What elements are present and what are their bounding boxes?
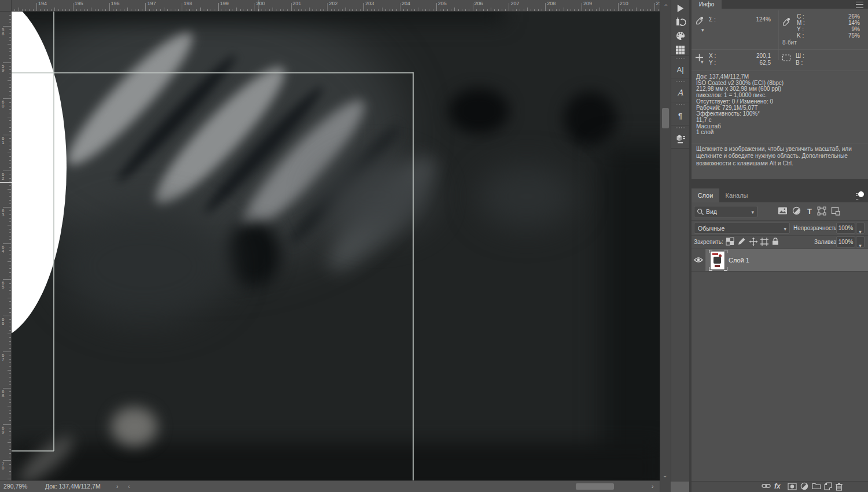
hscroll-right-arrow[interactable]: › [652, 483, 654, 490]
horizontal-ruler[interactable]: 1941951961971981992002012022032042052062… [12, 0, 660, 12]
hscroll-left-arrow[interactable]: ‹ [128, 483, 130, 490]
opacity-scrubber[interactable]: ▾ [856, 223, 865, 234]
ruler-label: 6 3 [2, 209, 4, 217]
scroll-down-arrow[interactable]: › [662, 472, 669, 480]
dock-grip[interactable] [671, 482, 689, 492]
vertical-ruler[interactable]: 5 85 96 06 16 26 36 46 56 66 76 86 97 0 [0, 12, 12, 480]
tab-layers[interactable]: Слои [692, 188, 719, 202]
info-panel-menu-icon[interactable] [856, 2, 863, 8]
ruler-tick [222, 9, 222, 11]
eyedropper-icon[interactable] [695, 16, 704, 25]
ruler-tick [8, 189, 11, 190]
fill-scrubber[interactable]: ▾ [856, 236, 865, 247]
tab-info[interactable]: Инфо [692, 0, 722, 9]
selection-line-horizontal[interactable] [12, 72, 413, 73]
dock-divider [671, 56, 689, 56]
new-group-icon[interactable] [812, 483, 821, 490]
ruler-tick [8, 442, 11, 443]
filter-shape-layers-icon[interactable] [817, 206, 826, 216]
glyphs-panel-icon[interactable]: A [671, 86, 689, 99]
ruler-tick [175, 9, 175, 11]
layer-filter-dropdown[interactable]: Вид ▾ [694, 206, 757, 217]
filter-adjustment-layers-icon[interactable] [792, 206, 801, 215]
swatches-panel-icon[interactable] [671, 29, 689, 43]
fill-label: Заливка: [814, 239, 838, 245]
ruler-tick [251, 9, 252, 11]
dock-drag-handle[interactable] [676, 104, 685, 105]
ruler-tick [9, 109, 11, 110]
actions-panel-icon[interactable] [671, 1, 689, 15]
ruler-tick [9, 178, 11, 179]
ruler-tick [87, 9, 88, 11]
ruler-label: 210 [620, 1, 628, 6]
ruler-tick [8, 479, 11, 479]
horizontal-scrollbar-thumb[interactable] [576, 483, 614, 490]
layer-mask-icon[interactable] [788, 483, 797, 490]
ruler-tick [9, 229, 11, 230]
zoom-level-field[interactable]: 290,79% [3, 483, 27, 490]
lock-artboard-icon[interactable] [760, 237, 769, 246]
layer-row[interactable]: Слой 1 [705, 249, 868, 271]
doc-info-line: 1 слой [696, 130, 865, 136]
document-canvas[interactable] [12, 12, 660, 480]
ruler-tick [51, 9, 52, 11]
delete-layer-icon[interactable] [835, 482, 843, 491]
opacity-field[interactable]: 100% [836, 223, 855, 234]
ruler-tick [54, 8, 55, 11]
blend-mode-dropdown[interactable]: Обычные ▾ [694, 223, 790, 234]
lock-all-icon[interactable] [771, 237, 779, 246]
eye-icon[interactable] [694, 257, 703, 263]
patterns-panel-icon[interactable] [671, 43, 689, 57]
selection-size-icon [782, 54, 791, 62]
layers-tabbar: Слои Каналы [692, 188, 868, 202]
eyedropper-icon[interactable] [782, 17, 791, 27]
link-layers-icon[interactable] [762, 483, 771, 489]
dock-drag-handle[interactable] [676, 127, 685, 128]
fill-field[interactable]: 100% [836, 236, 855, 247]
new-adjustment-layer-icon[interactable] [800, 482, 808, 490]
history-panel-icon[interactable] [671, 15, 689, 29]
ruler-tick [9, 102, 11, 103]
ruler-tick [36, 3, 37, 11]
ruler-tick [8, 406, 11, 406]
layer-style-icon[interactable]: fx [774, 482, 781, 490]
ruler-tick [462, 9, 462, 11]
selection-line-vertical[interactable] [413, 72, 414, 480]
character-panel-icon[interactable]: A| [671, 62, 689, 76]
dock-drag-handle[interactable] [676, 81, 685, 82]
filter-type-layers-icon[interactable]: T [805, 206, 814, 216]
dock-drag-handle[interactable] [676, 58, 685, 59]
ruler-tick [465, 9, 466, 11]
ruler-tick [9, 381, 11, 382]
ruler-tick [418, 8, 418, 11]
tab-channels[interactable]: Каналы [719, 188, 754, 202]
ruler-tick [62, 9, 62, 11]
new-layer-icon[interactable] [824, 482, 832, 490]
libraries-panel-icon[interactable] [671, 132, 689, 146]
doc-size-status: Док: 137,4M/112,7M [45, 483, 101, 490]
selection-line-vertical[interactable] [53, 12, 54, 451]
paragraph-panel-icon[interactable]: ¶ [671, 109, 689, 123]
lock-transparency-icon[interactable] [726, 237, 734, 246]
ruler-corner[interactable] [0, 0, 12, 12]
status-menu-arrow[interactable]: › [116, 483, 119, 490]
ruler-label: 6 2 [2, 172, 4, 180]
filter-pixel-layers-icon[interactable] [778, 206, 788, 215]
ruler-tick [215, 9, 215, 11]
chevron-down-icon: ▾ [859, 243, 862, 249]
ruler-tick [124, 9, 124, 11]
vertical-scrollbar[interactable]: › › [660, 0, 671, 492]
ruler-tick [396, 9, 397, 11]
lock-pixels-icon[interactable] [737, 237, 746, 246]
scroll-up-arrow[interactable]: › [662, 1, 669, 9]
layer-thumbnail[interactable] [711, 251, 724, 269]
eyedropper-options-icon[interactable]: ▾ [701, 27, 704, 33]
layer-filter-toggle[interactable] [858, 191, 865, 201]
crosshair-options-icon[interactable]: ▾ [701, 59, 704, 65]
blend-mode-value: Обычные [698, 225, 724, 232]
dock-divider [671, 79, 689, 79]
filter-smart-objects-icon[interactable] [831, 206, 840, 216]
selection-line-horizontal[interactable] [12, 450, 54, 452]
vertical-scrollbar-thumb[interactable] [662, 108, 669, 128]
lock-position-icon[interactable] [749, 237, 758, 246]
